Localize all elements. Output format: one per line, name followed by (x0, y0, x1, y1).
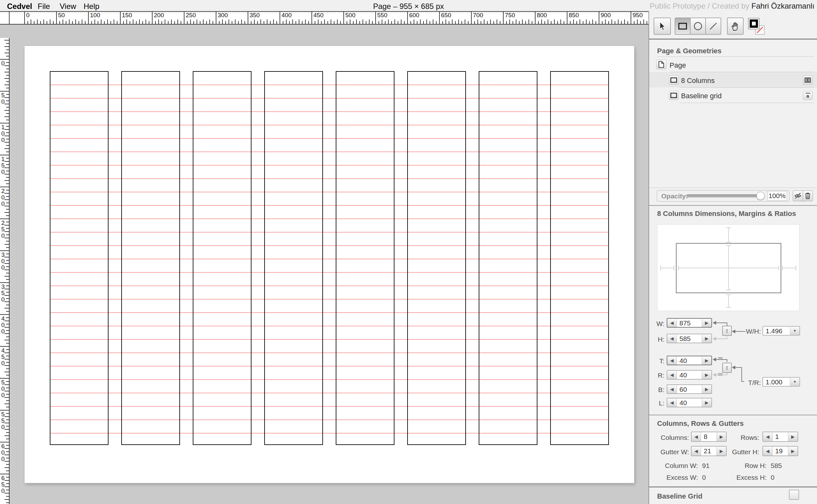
tr-ratio-dropdown-button[interactable]: ▼ (790, 378, 799, 386)
ruler-horizontal[interactable]: 0501001502002503003504004505005506006507… (0, 11, 649, 25)
wh-ratio-value[interactable]: 1.496 (763, 327, 790, 335)
bottom-margin-label: B: (652, 386, 665, 394)
ellipse-tool-button[interactable] (690, 18, 706, 35)
columns-value[interactable]: 8 (701, 432, 717, 441)
hide-geometry-button[interactable] (793, 190, 803, 201)
credit-author[interactable]: Fahri Özkaramanlı (752, 2, 814, 10)
top-margin-value[interactable]: 40 (677, 356, 702, 365)
svg-text:6: 6 (1, 443, 5, 449)
svg-text:0: 0 (1, 200, 5, 207)
gutter-h-value[interactable]: 19 (773, 447, 788, 456)
section-divider (649, 486, 817, 487)
rows-label: Rows: (727, 434, 759, 441)
gutter-w-increment-button[interactable]: ▶ (717, 447, 726, 456)
svg-text:6: 6 (1, 475, 5, 481)
geometry-item-page[interactable]: Page (670, 61, 686, 70)
left-increment-button[interactable]: ▶ (702, 398, 711, 407)
menu-help[interactable]: Help (84, 2, 99, 11)
svg-text:0: 0 (1, 360, 5, 367)
delete-geometry-button[interactable] (803, 190, 813, 201)
opacity-slider-thumb[interactable] (756, 192, 765, 200)
link-wh-button[interactable]: ↕ (722, 326, 732, 336)
gutter-h-decrement-button[interactable]: ◀ (763, 447, 773, 456)
gutter-w-value[interactable]: 21 (701, 447, 717, 456)
line-tool-button[interactable] (705, 18, 721, 35)
wh-ratio-combo: 1.496 ▼ (762, 326, 800, 336)
height-decrement-button[interactable]: ◀ (667, 334, 677, 343)
right-decrement-button[interactable]: ◀ (667, 371, 677, 379)
height-increment-button[interactable]: ▶ (702, 334, 711, 343)
baseline-color-swatch-button[interactable] (789, 490, 799, 500)
menu-app-name[interactable]: Cedvel (7, 2, 32, 11)
svg-text:400: 400 (281, 12, 292, 19)
page[interactable] (25, 46, 634, 483)
opacity-slider-track[interactable] (686, 194, 760, 197)
opacity-value[interactable]: 100% (767, 191, 787, 201)
bottom-margin-value[interactable]: 60 (677, 385, 702, 393)
geometry-item-8columns[interactable]: 8 Columns (681, 77, 715, 85)
link-tr-button[interactable]: ↕ (722, 363, 732, 373)
select-tool-button[interactable] (654, 18, 671, 35)
top-decrement-button[interactable]: ◀ (667, 356, 677, 365)
svg-text:300: 300 (218, 12, 228, 19)
tr-ratio-value[interactable]: 1.000 (763, 378, 790, 386)
menu-view[interactable]: View (60, 2, 76, 11)
width-increment-button[interactable]: ▶ (702, 319, 711, 327)
svg-text:5: 5 (1, 379, 5, 386)
bottom-decrement-button[interactable]: ◀ (667, 385, 677, 393)
columns-item-icon-button[interactable] (669, 76, 679, 85)
gutter-w-decrement-button[interactable]: ◀ (692, 447, 701, 456)
gutter-h-label: Gutter H: (727, 448, 759, 456)
svg-text:1: 1 (1, 124, 5, 130)
height-stepper: ◀ 585 ▶ (667, 334, 712, 343)
rows-decrement-button[interactable]: ◀ (763, 432, 773, 441)
svg-text:650: 650 (441, 12, 451, 19)
svg-text:5: 5 (1, 226, 5, 233)
toolbar-divider (649, 39, 817, 40)
right-increment-button[interactable]: ▶ (702, 371, 711, 379)
right-margin-value[interactable]: 40 (677, 371, 702, 379)
fill-swatch[interactable] (748, 18, 760, 29)
page-item-icon-button[interactable] (656, 60, 666, 69)
page-icon (658, 61, 665, 68)
svg-text:5: 5 (1, 92, 5, 99)
columns-type-badge-button[interactable] (803, 76, 813, 85)
width-value[interactable]: 875 (677, 319, 702, 327)
rows-value[interactable]: 1 (773, 432, 788, 441)
baseline-item-icon-button[interactable] (669, 91, 679, 100)
menu-file[interactable]: File (38, 2, 50, 11)
svg-text:0: 0 (1, 232, 5, 239)
left-margin-value[interactable]: 40 (677, 398, 702, 407)
columns-decrement-button[interactable]: ◀ (692, 432, 701, 441)
rect-geometry-icon (670, 93, 677, 98)
ruler-vertical[interactable]: 0501001502002503003504004505005506006507… (0, 38, 10, 504)
rect-geometry-icon (670, 77, 677, 83)
geometry-item-baseline-grid[interactable]: Baseline grid (681, 92, 722, 100)
gutter-h-increment-button[interactable]: ▶ (788, 447, 798, 456)
height-value[interactable]: 585 (677, 334, 702, 343)
svg-text:0: 0 (1, 258, 5, 264)
svg-text:0: 0 (26, 12, 30, 19)
svg-text:5: 5 (1, 162, 5, 169)
rows-increment-button[interactable]: ▶ (788, 432, 798, 441)
svg-text:100: 100 (90, 12, 100, 19)
svg-text:0: 0 (1, 264, 5, 271)
bottom-increment-button[interactable]: ▶ (702, 385, 711, 393)
svg-text:750: 750 (505, 12, 515, 19)
wh-ratio-dropdown-button[interactable]: ▼ (790, 327, 799, 335)
columns-increment-button[interactable]: ▶ (717, 432, 726, 441)
margins-diagram (657, 224, 799, 311)
document-title: Page – 955 × 685 px (345, 2, 472, 11)
svg-text:0: 0 (1, 98, 5, 105)
rectangle-tool-button[interactable] (675, 18, 691, 35)
svg-text:0: 0 (1, 456, 5, 462)
canvas[interactable]: 0501001502002503003504004505005506006507… (0, 25, 649, 504)
baseline-type-badge-button[interactable]: a (803, 91, 813, 100)
top-increment-button[interactable]: ▶ (702, 356, 711, 365)
columns-stepper: ◀ 8 ▶ (691, 432, 727, 442)
width-decrement-button[interactable]: ◀ (667, 319, 677, 327)
hand-tool-button[interactable] (727, 18, 744, 35)
tr-ratio-combo: 1.000 ▼ (762, 377, 800, 387)
credit-prefix: Public Prototype / Created by (650, 2, 752, 10)
left-decrement-button[interactable]: ◀ (667, 398, 677, 407)
